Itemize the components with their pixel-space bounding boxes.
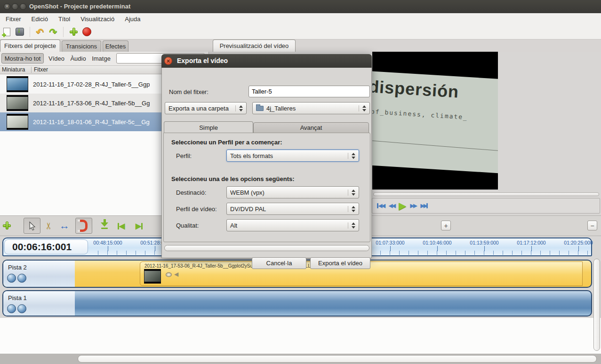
video-preview: dispersión _of_business, climate_ <box>372 52 498 190</box>
timeline-zoom-out-button[interactable]: − <box>587 221 597 230</box>
target-dropdown[interactable]: WEBM (vpx) <box>226 186 359 198</box>
file-name: 2012-11-16_17-53-06_R-4J_Taller-5b__Gg <box>33 100 150 107</box>
window-close-button[interactable]: × <box>4 3 10 10</box>
track-audio-button[interactable] <box>17 304 26 313</box>
video-profile-dropdown[interactable]: DV/DVD PAL <box>226 203 359 215</box>
fast-forward-button[interactable]: ▶▶ <box>410 203 416 209</box>
tab-video-preview[interactable]: Previsualització del vídeo <box>213 40 296 52</box>
filter-video-button[interactable]: Vídeo <box>46 53 67 63</box>
file-thumbnail <box>7 76 28 92</box>
file-name: 2012-11-16_17-02-28_R-4J_Taller-5__Ggp <box>33 81 150 88</box>
spinner-icon <box>235 105 243 111</box>
vertical-scrollbar[interactable] <box>593 259 600 351</box>
filename-label: Nom del fitxer: <box>169 88 208 95</box>
filter-show-all-button[interactable]: Mostra-ho tot <box>1 53 44 63</box>
redo-icon: ↷ <box>49 26 57 38</box>
track-visibility-button[interactable] <box>7 274 16 283</box>
main-toolbar: ↓ ↶ ↷ <box>0 24 601 40</box>
new-project-button[interactable] <box>0 26 13 38</box>
openshot-window: × OpenShot - Projecte predeterminat Fitx… <box>0 0 601 364</box>
track-name: Pista 1 <box>8 294 27 301</box>
filename-input[interactable] <box>248 86 370 97</box>
filter-image-button[interactable]: Imatge <box>89 53 113 63</box>
menu-titol[interactable]: Títol <box>56 16 76 23</box>
ruler-label: 01:10:46:000 <box>416 240 458 245</box>
down-arrow-icon <box>101 219 108 229</box>
folder-icon <box>256 106 264 111</box>
add-track-button[interactable] <box>3 222 11 229</box>
preview-seek-bar[interactable] <box>373 192 599 196</box>
previous-marker-icon: ◀ <box>118 222 125 230</box>
profile-label: Perfil: <box>176 152 192 159</box>
cancel-button[interactable]: Cancel·la <box>252 257 306 269</box>
redo-button[interactable]: ↷ <box>47 26 60 38</box>
select-tool-button[interactable] <box>24 218 40 234</box>
dialog-tab-advanced[interactable]: Avançat <box>253 122 369 133</box>
tab-project-files[interactable]: Fitxers del projecte <box>0 40 60 52</box>
menu-bar: Fitxer Edició Títol Visualització Ajuda <box>0 13 601 24</box>
menu-ajuda[interactable]: Ajuda <box>123 16 146 23</box>
spinner-icon <box>359 105 366 111</box>
plus-icon <box>3 222 11 229</box>
previous-marker-button[interactable]: ◀ <box>118 222 125 230</box>
record-button[interactable] <box>80 26 93 38</box>
timeline-zoom-in-button[interactable]: + <box>441 221 451 230</box>
next-marker-button[interactable]: ▶ <box>136 222 143 230</box>
tab-transitions[interactable]: Transicions <box>62 40 101 52</box>
menu-edicio[interactable]: Edició <box>30 16 54 23</box>
window-title: OpenShot - Projecte predeterminat <box>29 0 130 13</box>
column-thumbnail: Miniatura <box>2 66 25 73</box>
undo-button[interactable]: ↶ <box>33 26 47 38</box>
spinner-icon <box>348 222 355 229</box>
panel-tabs: Fitxers del projecte Transicions Efectes… <box>0 40 601 52</box>
skip-to-end-button[interactable]: ▶▶ <box>420 203 428 209</box>
export-mode-dropdown[interactable]: Exporta a una carpeta <box>165 102 247 114</box>
magnet-icon <box>80 220 88 232</box>
window-minimize-button[interactable] <box>12 3 18 10</box>
save-project-button[interactable]: ↓ <box>13 26 26 38</box>
spinner-icon <box>348 190 355 196</box>
resize-arrow-icon: ↔ <box>59 220 70 232</box>
folder-dropdown[interactable]: 4j_Talleres <box>252 102 370 114</box>
horizontal-scrollbar[interactable] <box>78 355 597 363</box>
clip-speaker-icon: ◀ <box>174 271 178 277</box>
options-heading: Seleccioneu una de les opcions següents: <box>171 175 295 182</box>
clip-thumbnail <box>144 269 161 284</box>
bar-icon <box>426 203 428 208</box>
track-name: Pista 2 <box>8 264 27 271</box>
track-visibility-button[interactable] <box>7 304 16 313</box>
skip-to-start-button[interactable]: ◀◀ <box>377 203 385 209</box>
record-icon <box>82 27 91 36</box>
playback-controls: ◀◀ ◀◀ ▶ ▶▶ ▶▶ <box>372 198 600 214</box>
play-icon: ▶ <box>399 200 406 211</box>
export-video-dialog: × Exporta el vídeo Nom del fitxer: Expor… <box>161 54 372 258</box>
add-marker-button[interactable] <box>101 219 108 229</box>
dialog-close-button[interactable]: × <box>164 57 172 65</box>
filter-audio-button[interactable]: Àudio <box>68 53 88 63</box>
export-progress-bar <box>164 245 369 251</box>
snapping-tool-button[interactable] <box>75 218 92 234</box>
ruler-label: 00:48:15:000 <box>87 240 129 245</box>
dialog-tab-simple[interactable]: Simple <box>164 121 253 133</box>
dialog-title-bar: × Exporta el vídeo <box>161 54 372 68</box>
profile-dropdown[interactable]: Tots els formats <box>226 150 359 162</box>
quality-dropdown[interactable]: Alt <box>226 219 359 231</box>
resize-tool-button[interactable]: ↔ <box>59 220 70 232</box>
track-audio-button[interactable] <box>17 274 26 283</box>
track-pista-1[interactable]: Pista 1 <box>2 290 592 317</box>
timeline-empty-area <box>0 318 601 354</box>
play-button[interactable]: ▶ <box>399 200 406 211</box>
razor-tool-button[interactable]: ✂ <box>45 221 53 231</box>
menu-visualitzacio[interactable]: Visualització <box>79 16 120 23</box>
menu-fitxer[interactable]: Fitxer <box>4 16 27 23</box>
import-files-button[interactable] <box>67 26 80 38</box>
export-button[interactable]: Exporta el vídeo <box>310 257 370 269</box>
window-maximize-button[interactable] <box>20 3 26 10</box>
rewind-button[interactable]: ◀◀ <box>389 203 395 209</box>
scissors-icon: ✂ <box>43 222 54 230</box>
title-bar: × OpenShot - Projecte predeterminat <box>0 0 601 13</box>
profile-heading: Seleccioneu un Perfil per a començar: <box>171 139 282 146</box>
tab-effects[interactable]: Efectes <box>103 40 128 52</box>
new-file-icon <box>3 28 10 36</box>
video-profile-label: Perfil de vídeo: <box>176 206 217 213</box>
